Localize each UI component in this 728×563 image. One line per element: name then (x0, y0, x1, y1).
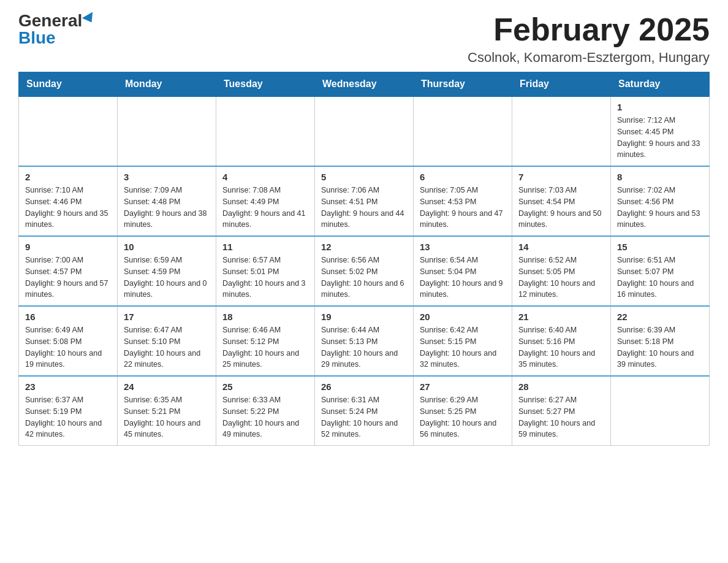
day-info: Sunrise: 7:12 AMSunset: 4:45 PMDaylight:… (617, 115, 703, 161)
calendar-day-cell (118, 96, 216, 166)
calendar-week-row: 23Sunrise: 6:37 AMSunset: 5:19 PMDayligh… (19, 376, 710, 446)
calendar-subtitle: Csolnok, Komarom-Esztergom, Hungary (468, 50, 710, 66)
calendar-day-cell: 25Sunrise: 6:33 AMSunset: 5:22 PMDayligh… (216, 376, 315, 446)
day-number: 24 (124, 381, 210, 392)
calendar-day-cell: 14Sunrise: 6:52 AMSunset: 5:05 PMDayligh… (512, 236, 611, 306)
calendar-day-cell: 23Sunrise: 6:37 AMSunset: 5:19 PMDayligh… (19, 376, 118, 446)
day-number: 20 (420, 312, 506, 322)
logo: General Blue (18, 12, 97, 47)
calendar-header-wednesday: Wednesday (315, 72, 414, 97)
calendar-header-monday: Monday (118, 72, 216, 97)
day-info: Sunrise: 7:05 AMSunset: 4:53 PMDaylight:… (420, 185, 506, 231)
day-info: Sunrise: 6:54 AMSunset: 5:04 PMDaylight:… (420, 255, 506, 301)
day-info: Sunrise: 6:49 AMSunset: 5:08 PMDaylight:… (25, 324, 111, 370)
day-number: 28 (518, 381, 604, 392)
calendar-day-cell: 27Sunrise: 6:29 AMSunset: 5:25 PMDayligh… (414, 376, 512, 446)
day-number: 1 (617, 102, 703, 112)
day-info: Sunrise: 7:08 AMSunset: 4:49 PMDaylight:… (222, 185, 308, 231)
day-number: 22 (617, 312, 703, 322)
day-info: Sunrise: 7:02 AMSunset: 4:56 PMDaylight:… (617, 185, 703, 231)
day-info: Sunrise: 6:46 AMSunset: 5:12 PMDaylight:… (222, 324, 308, 370)
calendar-day-cell: 9Sunrise: 7:00 AMSunset: 4:57 PMDaylight… (19, 236, 118, 306)
day-number: 16 (25, 312, 111, 322)
page-header: General Blue February 2025 Csolnok, Koma… (18, 12, 710, 66)
day-number: 10 (124, 242, 210, 252)
day-info: Sunrise: 6:31 AMSunset: 5:24 PMDaylight:… (321, 394, 407, 440)
day-info: Sunrise: 6:42 AMSunset: 5:15 PMDaylight:… (420, 324, 506, 370)
calendar-day-cell: 18Sunrise: 6:46 AMSunset: 5:12 PMDayligh… (216, 306, 315, 376)
day-number: 26 (321, 381, 407, 392)
logo-arrow-icon (82, 12, 97, 25)
day-number: 27 (420, 381, 506, 392)
day-info: Sunrise: 6:37 AMSunset: 5:19 PMDaylight:… (25, 394, 111, 440)
calendar-day-cell: 6Sunrise: 7:05 AMSunset: 4:53 PMDaylight… (414, 166, 512, 236)
day-number: 25 (222, 381, 308, 392)
day-info: Sunrise: 6:47 AMSunset: 5:10 PMDaylight:… (124, 324, 210, 370)
day-number: 18 (222, 312, 308, 322)
calendar-header-saturday: Saturday (611, 72, 710, 97)
calendar-week-row: 9Sunrise: 7:00 AMSunset: 4:57 PMDaylight… (19, 236, 710, 306)
calendar-day-cell: 10Sunrise: 6:59 AMSunset: 4:59 PMDayligh… (118, 236, 216, 306)
day-number: 14 (518, 242, 604, 252)
calendar-header-friday: Friday (512, 72, 611, 97)
calendar-day-cell: 4Sunrise: 7:08 AMSunset: 4:49 PMDaylight… (216, 166, 315, 236)
day-number: 9 (25, 242, 111, 252)
calendar-week-row: 1Sunrise: 7:12 AMSunset: 4:45 PMDaylight… (19, 96, 710, 166)
day-number: 13 (420, 242, 506, 252)
day-info: Sunrise: 6:59 AMSunset: 4:59 PMDaylight:… (124, 255, 210, 301)
calendar-day-cell: 28Sunrise: 6:27 AMSunset: 5:27 PMDayligh… (512, 376, 611, 446)
day-info: Sunrise: 7:00 AMSunset: 4:57 PMDaylight:… (25, 255, 111, 301)
calendar-day-cell: 17Sunrise: 6:47 AMSunset: 5:10 PMDayligh… (118, 306, 216, 376)
calendar-day-cell (216, 96, 315, 166)
day-number: 12 (321, 242, 407, 252)
day-number: 11 (222, 242, 308, 252)
calendar-day-cell: 26Sunrise: 6:31 AMSunset: 5:24 PMDayligh… (315, 376, 414, 446)
day-number: 2 (25, 172, 111, 182)
calendar-day-cell (414, 96, 512, 166)
day-info: Sunrise: 6:51 AMSunset: 5:07 PMDaylight:… (617, 255, 703, 301)
calendar-week-row: 16Sunrise: 6:49 AMSunset: 5:08 PMDayligh… (19, 306, 710, 376)
calendar-day-cell: 11Sunrise: 6:57 AMSunset: 5:01 PMDayligh… (216, 236, 315, 306)
day-number: 4 (222, 172, 308, 182)
calendar-day-cell: 12Sunrise: 6:56 AMSunset: 5:02 PMDayligh… (315, 236, 414, 306)
calendar-header-thursday: Thursday (414, 72, 512, 97)
calendar-day-cell: 15Sunrise: 6:51 AMSunset: 5:07 PMDayligh… (611, 236, 710, 306)
day-info: Sunrise: 6:27 AMSunset: 5:27 PMDaylight:… (518, 394, 604, 440)
calendar-day-cell (611, 376, 710, 446)
calendar-day-cell (512, 96, 611, 166)
logo-general-text: General (18, 12, 82, 29)
calendar-day-cell: 3Sunrise: 7:09 AMSunset: 4:48 PMDaylight… (118, 166, 216, 236)
calendar-header-tuesday: Tuesday (216, 72, 315, 97)
day-number: 8 (617, 172, 703, 182)
day-info: Sunrise: 6:40 AMSunset: 5:16 PMDaylight:… (518, 324, 604, 370)
calendar-header-sunday: Sunday (19, 72, 118, 97)
calendar-day-cell: 20Sunrise: 6:42 AMSunset: 5:15 PMDayligh… (414, 306, 512, 376)
day-number: 7 (518, 172, 604, 182)
calendar-title: February 2025 (468, 12, 710, 47)
calendar-day-cell: 16Sunrise: 6:49 AMSunset: 5:08 PMDayligh… (19, 306, 118, 376)
calendar-day-cell: 1Sunrise: 7:12 AMSunset: 4:45 PMDaylight… (611, 96, 710, 166)
calendar-week-row: 2Sunrise: 7:10 AMSunset: 4:46 PMDaylight… (19, 166, 710, 236)
calendar-day-cell (19, 96, 118, 166)
day-info: Sunrise: 6:44 AMSunset: 5:13 PMDaylight:… (321, 324, 407, 370)
day-number: 21 (518, 312, 604, 322)
day-number: 6 (420, 172, 506, 182)
day-info: Sunrise: 6:35 AMSunset: 5:21 PMDaylight:… (124, 394, 210, 440)
calendar-day-cell: 19Sunrise: 6:44 AMSunset: 5:13 PMDayligh… (315, 306, 414, 376)
calendar-day-cell: 2Sunrise: 7:10 AMSunset: 4:46 PMDaylight… (19, 166, 118, 236)
day-info: Sunrise: 6:52 AMSunset: 5:05 PMDaylight:… (518, 255, 604, 301)
day-info: Sunrise: 7:09 AMSunset: 4:48 PMDaylight:… (124, 185, 210, 231)
calendar-day-cell: 13Sunrise: 6:54 AMSunset: 5:04 PMDayligh… (414, 236, 512, 306)
calendar-day-cell: 8Sunrise: 7:02 AMSunset: 4:56 PMDaylight… (611, 166, 710, 236)
calendar-header-row: SundayMondayTuesdayWednesdayThursdayFrid… (19, 72, 710, 97)
day-info: Sunrise: 6:57 AMSunset: 5:01 PMDaylight:… (222, 255, 308, 301)
day-info: Sunrise: 6:39 AMSunset: 5:18 PMDaylight:… (617, 324, 703, 370)
calendar-day-cell: 21Sunrise: 6:40 AMSunset: 5:16 PMDayligh… (512, 306, 611, 376)
calendar-day-cell: 22Sunrise: 6:39 AMSunset: 5:18 PMDayligh… (611, 306, 710, 376)
calendar-day-cell (315, 96, 414, 166)
day-info: Sunrise: 6:29 AMSunset: 5:25 PMDaylight:… (420, 394, 506, 440)
day-info: Sunrise: 6:33 AMSunset: 5:22 PMDaylight:… (222, 394, 308, 440)
calendar-day-cell: 5Sunrise: 7:06 AMSunset: 4:51 PMDaylight… (315, 166, 414, 236)
day-info: Sunrise: 7:03 AMSunset: 4:54 PMDaylight:… (518, 185, 604, 231)
calendar-table: SundayMondayTuesdayWednesdayThursdayFrid… (18, 72, 710, 446)
